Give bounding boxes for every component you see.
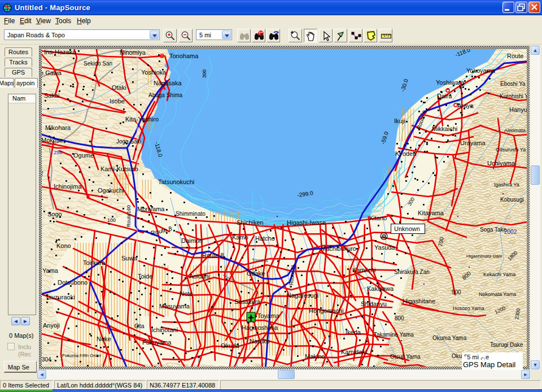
svg-text:Note: Note xyxy=(180,290,193,297)
svg-text:Shimminato: Shimminato xyxy=(176,211,206,217)
svg-text:Fukuma Fifth Order: Fukuma Fifth Order xyxy=(62,353,102,358)
svg-text:Higashimata Dani: Higashimata Dani xyxy=(466,254,502,259)
svg-text:Ogakuchi: Ogakuchi xyxy=(98,187,124,194)
svg-text:Haginoshima: Haginoshima xyxy=(242,324,278,331)
svg-text:Kami-Kutsuro: Kami-Kutsuro xyxy=(100,165,138,172)
svg-text:256: 256 xyxy=(54,150,62,155)
svg-text:e Gawa: e Gawa xyxy=(40,69,62,76)
svg-text:Mikohara: Mikohara xyxy=(45,124,71,131)
svg-text:Unknown: Unknown xyxy=(394,225,420,232)
svg-text:Fukuyama: Fukuyama xyxy=(142,339,172,346)
svg-text:Tsurugi Dake: Tsurugi Dake xyxy=(490,342,523,348)
svg-text:304: 304 xyxy=(42,356,51,363)
svg-text:Eboshi Ya: Eboshi Ya xyxy=(500,81,526,87)
svg-text:Ikeda: Ikeda xyxy=(346,329,361,336)
svg-text:Kobusugi: Kobusugi xyxy=(500,197,524,203)
svg-text:Kitayama: Kitayama xyxy=(418,210,444,216)
svg-text:Joga Saki: Joga Saki xyxy=(116,138,141,145)
svg-text:Tsuzuraoki: Tsuzuraoki xyxy=(45,294,75,300)
svg-text:Nagasaka: Nagasaka xyxy=(154,80,182,86)
svg-text:Kamiichi: Kamiichi xyxy=(352,267,376,273)
svg-text:Towers: Towers xyxy=(252,258,268,263)
svg-text:Ainomata: Ainomata xyxy=(504,128,526,133)
svg-text:Higashitane: Higashitane xyxy=(403,298,435,304)
svg-text:Kamidaki: Kamidaki xyxy=(341,349,366,355)
svg-text:Mikkaichi: Mikkaichi xyxy=(432,125,457,132)
svg-text:a Yama: a Yama xyxy=(40,267,59,274)
svg-text:Abuga Shima: Abuga Shima xyxy=(148,92,182,98)
svg-text:Takamine Yama: Takamine Yama xyxy=(374,332,414,338)
svg-text:Route 8: Route 8 xyxy=(202,252,224,259)
svg-text:Anyoji: Anyoji xyxy=(43,322,60,329)
svg-text:Noke: Noke xyxy=(97,336,111,342)
svg-text:Nagaresugi: Nagaresugi xyxy=(287,292,318,299)
svg-text:Okuda: Okuda xyxy=(221,342,239,349)
svg-text:Kurohishi Y: Kurohishi Y xyxy=(500,93,528,99)
svg-text:Okuma Yama: Okuma Yama xyxy=(432,335,467,341)
svg-text:Yasuda: Yasuda xyxy=(374,244,395,251)
svg-text:Higashi-Iwase: Higashi-Iwase xyxy=(287,219,326,226)
svg-text:Otaki: Otaki xyxy=(112,84,126,91)
svg-text:Mokose: Mokose xyxy=(41,137,63,143)
svg-text:Ichinojima: Ichinojima xyxy=(54,183,82,190)
svg-text:Hongomachi: Hongomachi xyxy=(309,307,344,314)
svg-text:Igashira Ya: Igashira Ya xyxy=(494,182,519,188)
svg-text:300: 300 xyxy=(202,69,207,78)
svg-text:Ikuji: Ikuji xyxy=(394,117,405,124)
svg-text:Sakai: Sakai xyxy=(44,92,60,99)
svg-text:Soga Take: Soga Take xyxy=(480,227,507,233)
svg-text:800: 800 xyxy=(395,315,404,321)
svg-text:Kekachi Yama: Kekachi Yama xyxy=(483,272,515,277)
svg-text:Kakisawa: Kakisawa xyxy=(367,285,394,292)
svg-text:Hatcho: Hatcho xyxy=(255,235,275,242)
svg-text:Dotsubono: Dotsubono xyxy=(58,279,88,286)
svg-text:Urayama: Urayama xyxy=(460,140,486,146)
svg-text:Tonohama: Tonohama xyxy=(169,53,199,59)
svg-text:Machibukuro: Machibukuro xyxy=(321,245,356,252)
svg-text:Sogo: Sogo xyxy=(47,211,62,217)
svg-text:Ninomiya: Ninomiya xyxy=(120,49,146,56)
svg-text:Daira: Daira xyxy=(437,93,452,99)
svg-text:Route: Route xyxy=(507,53,523,59)
svg-text:Kitano: Kitano xyxy=(369,215,387,221)
svg-text:Odake: Odake xyxy=(247,270,265,277)
svg-text:Isobe: Isobe xyxy=(110,98,125,104)
svg-text:2002: 2002 xyxy=(504,229,517,235)
svg-text:Yoshioka: Yoshioka xyxy=(141,69,167,76)
svg-text:Ichinotani: Ichinotani xyxy=(151,326,178,333)
svg-text:Yokoyama: Yokoyama xyxy=(466,67,496,74)
svg-text:Kono: Kono xyxy=(56,242,71,249)
svg-text:Hanyu: Hanyu xyxy=(509,106,527,113)
svg-text:Masuyama: Masuyama xyxy=(159,303,190,310)
svg-text:Yoshiwara: Yoshiwara xyxy=(436,79,465,86)
svg-text:Tatsunokuchi: Tatsunokuchi xyxy=(158,178,194,185)
svg-text:Oitsurushi Ya: Oitsurushi Ya xyxy=(496,147,526,153)
svg-text:Aoidani: Aoidani xyxy=(189,273,210,280)
svg-text:Sasakura: Sasakura xyxy=(234,298,261,305)
svg-text:Suwa: Suwa xyxy=(121,255,137,262)
svg-text:Shichiken: Shichiken xyxy=(237,219,264,226)
svg-text:Daimon: Daimon xyxy=(181,237,203,244)
svg-text:900: 900 xyxy=(452,289,461,295)
svg-text:Kyoden: Kyoden xyxy=(395,150,416,157)
svg-text:Ina-Hazaka: Ina-Hazaka xyxy=(44,49,76,55)
svg-text:Shidanyu: Shidanyu xyxy=(361,300,387,307)
svg-text:Ota: Ota xyxy=(134,323,145,329)
svg-text:Araya: Araya xyxy=(457,102,474,109)
svg-text:Makino: Makino xyxy=(305,353,325,360)
svg-text:Shirakura Zan: Shirakura Zan xyxy=(394,269,430,275)
svg-text:Kamo: Kamo xyxy=(232,234,248,241)
svg-text:Naruko: Naruko xyxy=(250,338,269,345)
svg-text:Route160: Route160 xyxy=(126,205,132,227)
svg-text:Moriyama: Moriyama xyxy=(137,206,165,212)
svg-text:Kita-Yashiro: Kita-Yashiro xyxy=(125,116,159,123)
svg-text:100: 100 xyxy=(107,217,116,223)
svg-text:Uchiyama: Uchiyama xyxy=(487,160,515,167)
svg-text:Hosozo Yama: Hosozo Yama xyxy=(453,306,484,311)
svg-text:Toide: Toide xyxy=(138,273,152,280)
svg-text:Ogume: Ogume xyxy=(73,152,94,159)
svg-text:Toirkura: Toirkura xyxy=(83,259,106,266)
svg-text:Toyama: Toyama xyxy=(257,312,279,319)
svg-text:Sekido San: Sekido San xyxy=(84,60,112,67)
svg-text:Nekomata Yama: Nekomata Yama xyxy=(479,291,516,297)
